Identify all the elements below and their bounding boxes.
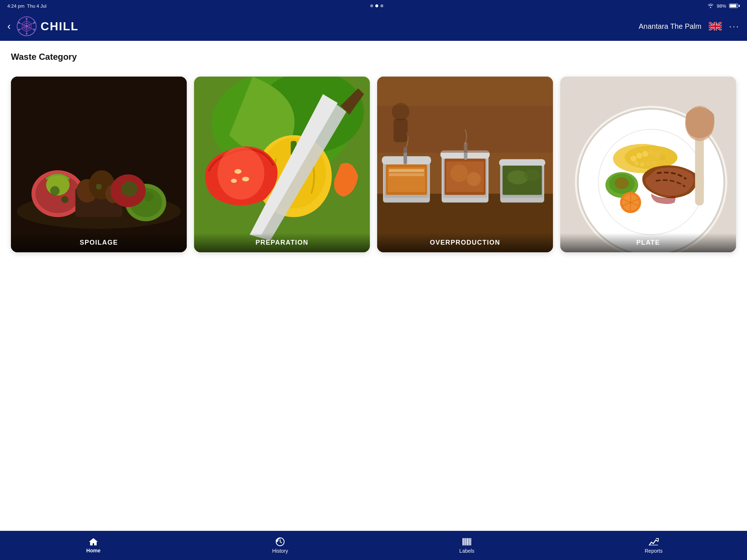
property-name: Anantara The Palm (639, 22, 701, 31)
preparation-label: PREPARATION (194, 233, 370, 252)
svg-point-57 (450, 164, 468, 182)
svg-point-38 (235, 169, 241, 174)
svg-point-82 (634, 161, 639, 166)
svg-rect-106 (469, 538, 471, 545)
svg-point-64 (524, 169, 541, 181)
svg-rect-101 (464, 538, 465, 545)
svg-point-68 (392, 103, 409, 120)
svg-point-39 (242, 177, 249, 182)
battery-label: 98% (717, 3, 726, 9)
category-card-overproduction[interactable]: OVERPRODUCTION (377, 77, 553, 252)
svg-rect-61 (499, 159, 545, 166)
overproduction-label: OVERPRODUCTION (377, 233, 553, 252)
svg-point-12 (26, 25, 28, 27)
category-card-plate[interactable]: PLATE (560, 77, 736, 252)
svg-point-40 (231, 179, 237, 183)
svg-point-37 (217, 147, 264, 200)
svg-point-88 (615, 177, 629, 189)
svg-point-7 (26, 33, 28, 35)
header-right: Anantara The Palm ··· (639, 21, 740, 31)
plate-label: PLATE (560, 233, 736, 252)
home-icon (88, 537, 98, 546)
svg-rect-50 (389, 169, 424, 172)
battery-indicator (729, 4, 740, 8)
svg-point-77 (636, 153, 642, 159)
svg-point-83 (640, 162, 645, 167)
svg-rect-51 (389, 173, 424, 176)
main-content: Waste Category (0, 41, 747, 531)
svg-point-30 (121, 182, 138, 197)
svg-point-9 (34, 29, 35, 31)
tab-home-label: Home (86, 548, 101, 553)
svg-point-76 (631, 156, 636, 162)
back-button[interactable]: ‹ (7, 21, 11, 31)
tab-history-label: History (272, 548, 288, 554)
svg-point-6 (26, 18, 28, 20)
tab-labels[interactable]: Labels (374, 531, 560, 560)
status-dots (370, 4, 383, 7)
category-card-spoilage[interactable]: SPOILAGE (11, 77, 187, 252)
svg-point-79 (648, 150, 654, 156)
svg-rect-104 (467, 538, 468, 545)
category-card-preparation[interactable]: PREPARATION (194, 77, 370, 252)
app-logo: CHILL (16, 16, 78, 36)
status-bar: 4:24 pm Thu 4 Jul 98% (0, 0, 747, 12)
tab-home[interactable]: Home (0, 531, 187, 560)
svg-point-85 (652, 161, 657, 166)
tab-reports[interactable]: Reports (560, 531, 747, 560)
svg-rect-105 (469, 538, 469, 545)
language-flag-icon[interactable] (709, 22, 722, 31)
wifi-icon (707, 3, 714, 9)
svg-point-20 (61, 196, 68, 203)
page-title: Waste Category (11, 52, 736, 62)
svg-point-19 (50, 186, 60, 195)
svg-point-81 (660, 155, 666, 160)
svg-rect-103 (466, 538, 467, 545)
reports-icon (649, 537, 659, 547)
tab-history[interactable]: History (187, 531, 374, 560)
svg-point-80 (654, 152, 660, 158)
status-time-date: 4:24 pm Thu 4 Jul (7, 3, 46, 9)
history-icon (275, 537, 285, 547)
more-options-button[interactable]: ··· (729, 21, 740, 31)
category-grid: SPOILAGE (11, 73, 736, 256)
tab-reports-label: Reports (645, 548, 662, 554)
svg-point-8 (18, 22, 20, 24)
app-header: ‹ CH (0, 12, 747, 41)
labels-icon (462, 537, 472, 547)
svg-point-25 (96, 184, 102, 190)
header-left: ‹ CH (7, 16, 79, 36)
svg-rect-102 (465, 538, 466, 545)
svg-rect-100 (462, 538, 464, 545)
svg-point-58 (467, 172, 481, 186)
tab-bar: Home History Labels (0, 531, 747, 560)
snowflake-icon (16, 16, 37, 36)
svg-point-84 (646, 161, 651, 166)
tab-labels-label: Labels (459, 548, 474, 554)
svg-point-11 (18, 29, 20, 31)
svg-point-10 (34, 22, 35, 24)
spoilage-label: SPOILAGE (11, 233, 187, 252)
svg-rect-69 (394, 119, 408, 142)
logo-text: CHILL (40, 20, 78, 33)
svg-point-78 (642, 151, 648, 157)
status-right: 98% (707, 3, 740, 9)
svg-rect-107 (471, 538, 472, 545)
